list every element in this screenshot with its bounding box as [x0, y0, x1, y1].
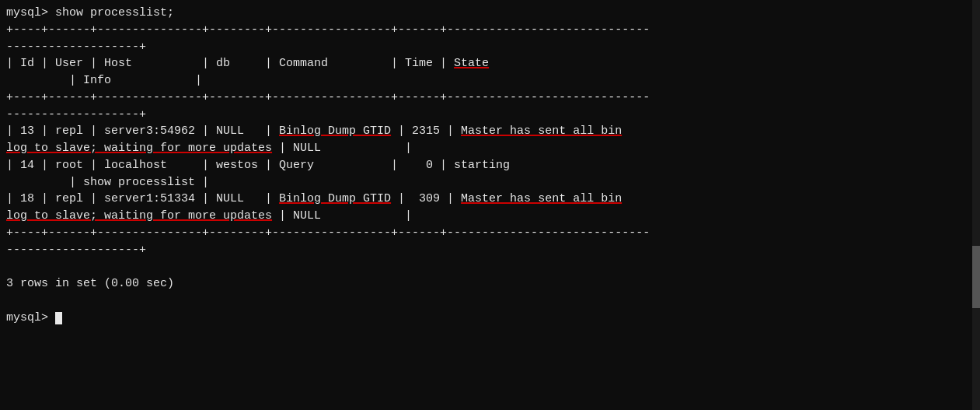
command-line: mysql> show processlist;	[6, 5, 974, 22]
row13-state-cont: log to slave; waiting for more updates	[6, 142, 272, 155]
row13-command: Binlog Dump GTID	[279, 124, 391, 138]
cursor-block	[55, 312, 62, 324]
header-row-2: | Info |	[6, 72, 974, 89]
blank-line-1	[6, 258, 974, 275]
data-row-14-line1: | 14 | root | localhost | westos | Query…	[6, 157, 974, 174]
separator-3b: -------------------+	[6, 242, 974, 259]
scrollbar[interactable]	[972, 0, 980, 410]
terminal-window[interactable]: mysql> show processlist; +----+------+--…	[0, 0, 980, 410]
separator-2b: -------------------+	[6, 107, 974, 124]
separator-3: +----+------+---------------+--------+--…	[6, 225, 974, 242]
header-row-1: | Id | User | Host | db | Command | Time…	[6, 55, 974, 72]
data-row-13-line1: | 13 | repl | server3:54962 | NULL | Bin…	[6, 123, 974, 140]
row18-command: Binlog Dump GTID	[279, 192, 391, 205]
separator-2: +----+------+---------------+--------+--…	[6, 89, 974, 107]
data-row-14-line2: | show processlist |	[6, 174, 974, 191]
row18-state: Master has sent all bin	[461, 192, 622, 205]
scrollbar-thumb[interactable]	[972, 246, 980, 308]
result-line: 3 rows in set (0.00 sec)	[6, 275, 974, 293]
data-row-18-line1: | 18 | repl | server1:51334 | NULL | Bin…	[6, 191, 974, 208]
data-row-13-line2: log to slave; waiting for more updates |…	[6, 140, 974, 157]
state-header: State	[454, 57, 489, 70]
row18-state-cont: log to slave; waiting for more updates	[6, 209, 272, 223]
separator-1: +----+------+---------------+--------+--…	[6, 22, 974, 39]
prompt-line: mysql>	[6, 310, 974, 327]
row13-state: Master has sent all bin	[461, 124, 622, 138]
blank-line-2	[6, 293, 974, 310]
separator-1b: -------------------+	[6, 39, 974, 56]
data-row-18-line2: log to slave; waiting for more updates |…	[6, 208, 974, 225]
